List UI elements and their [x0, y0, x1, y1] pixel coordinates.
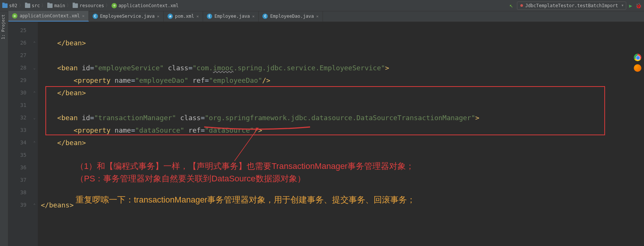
- breadcrumbs: s02 〉 src 〉 main 〉 resources 〉 ⚙ applica…: [2, 2, 509, 9]
- line-number-gutter: 25 26 27 28 29 30 31 32 33 34 35 36 37 3…: [8, 22, 31, 246]
- folder-icon: [47, 3, 53, 8]
- line-number: 28: [8, 62, 26, 74]
- code-line: [38, 211, 644, 224]
- code-line: <property name="employeeDao" ref="employ…: [38, 74, 644, 87]
- java-class-icon: C: [93, 14, 98, 19]
- line-number: 32: [8, 111, 26, 124]
- fold-marker[interactable]: [31, 186, 38, 199]
- breadcrumb-label: s02: [9, 3, 17, 8]
- breadcrumb-label: resources: [79, 3, 104, 8]
- fold-marker[interactable]: [31, 211, 38, 224]
- breadcrumb-main[interactable]: main: [47, 3, 65, 8]
- java-class-icon: C: [207, 14, 212, 19]
- breadcrumb-separator: 〉: [41, 2, 46, 9]
- close-icon[interactable]: ×: [157, 14, 160, 19]
- fold-marker[interactable]: ⌄: [31, 62, 38, 74]
- browser-preview-icons: [631, 52, 644, 72]
- line-number: 35: [8, 149, 26, 161]
- line-number: 36: [8, 161, 26, 174]
- sidebar-label-text: 1: Project: [1, 14, 6, 39]
- fold-marker[interactable]: [31, 174, 38, 186]
- top-toolbar: s02 〉 src 〉 main 〉 resources 〉 ⚙ applica…: [0, 0, 644, 11]
- maven-icon: m: [168, 14, 173, 19]
- java-class-icon: C: [262, 14, 268, 19]
- breadcrumb-separator: 〉: [67, 2, 71, 9]
- tab-pom[interactable]: m pom.xml ×: [164, 11, 203, 22]
- fold-marker[interactable]: [31, 74, 38, 87]
- close-icon[interactable]: ×: [82, 14, 85, 19]
- project-tool-window-tab[interactable]: 1: Project: [0, 11, 6, 42]
- folder-icon: [2, 3, 8, 8]
- tab-label: Employee.java: [214, 14, 250, 19]
- close-icon[interactable]: ×: [196, 14, 199, 19]
- tab-label: applicationContext.xml: [20, 13, 80, 19]
- run-button[interactable]: ▶: [629, 3, 632, 9]
- editor[interactable]: 25 26 27 28 29 30 31 32 33 34 35 36 37 3…: [8, 22, 644, 246]
- chrome-icon[interactable]: [634, 54, 641, 61]
- fold-marker[interactable]: ⌄: [31, 111, 38, 124]
- breadcrumb-label: src: [32, 3, 40, 8]
- annotation-text-2: （PS：事务管理器对象自然要关联到DataSource数据源对象）: [76, 172, 306, 185]
- spring-icon: ⚙: [12, 13, 17, 19]
- breadcrumb-file[interactable]: ⚙ applicationContext.xml: [112, 3, 178, 8]
- fold-marker[interactable]: ⌃: [31, 37, 38, 49]
- close-icon[interactable]: ×: [316, 14, 319, 19]
- line-number: 34: [8, 136, 26, 149]
- fold-gutter: ⌃ ⌄ ⌃ ⌄ ⌃ ⌃: [31, 22, 38, 246]
- breadcrumb-separator: 〉: [19, 2, 23, 9]
- annotation-text-1: （1）和【编程式事务】一样，【声明式事务】也需要TransactionManag…: [76, 160, 414, 172]
- fold-marker[interactable]: [31, 24, 38, 37]
- left-sidebar: 1: Project: [0, 11, 8, 246]
- code-line: [38, 24, 644, 37]
- run-status-icon: [520, 4, 523, 7]
- line-number: 39: [8, 199, 26, 211]
- line-number: 37: [8, 174, 26, 186]
- fold-marker[interactable]: ⌃: [31, 87, 38, 99]
- breadcrumb-separator: 〉: [106, 2, 110, 9]
- tab-label: pom.xml: [175, 14, 194, 19]
- folder-icon: [25, 3, 30, 8]
- code-line: <bean id="transactionManager" class="org…: [38, 111, 644, 124]
- line-number: 31: [8, 99, 26, 111]
- firefox-icon[interactable]: [634, 64, 641, 72]
- breadcrumb-label: applicationContext.xml: [118, 3, 178, 8]
- tab-employeeservice[interactable]: C EmployeeService.java ×: [89, 11, 164, 22]
- tab-employee[interactable]: C Employee.java ×: [203, 11, 259, 22]
- back-arrow-icon[interactable]: ↖: [509, 2, 514, 9]
- debug-button[interactable]: 🐞: [635, 3, 642, 9]
- line-number: 29: [8, 74, 26, 87]
- line-number: 30: [8, 87, 26, 99]
- fold-marker[interactable]: [31, 124, 38, 136]
- fold-marker[interactable]: ⌃: [31, 136, 38, 149]
- tab-label: EmployeeService.java: [100, 14, 155, 19]
- fold-marker[interactable]: [31, 149, 38, 161]
- fold-marker[interactable]: [31, 161, 38, 174]
- fold-marker[interactable]: [31, 49, 38, 62]
- code-line: <property name="dataSource" ref="dataSou…: [38, 124, 644, 136]
- run-config-label: JdbcTemplateTestor.testBatchImport: [525, 3, 618, 8]
- fold-marker[interactable]: ⌃: [31, 199, 38, 211]
- code-line: <bean id="employeeService" class="com.im…: [38, 62, 644, 74]
- breadcrumb-label: main: [54, 3, 65, 8]
- code-line: </bean>: [38, 37, 644, 49]
- tab-employeedao[interactable]: C EmployeeDao.java ×: [259, 11, 323, 22]
- annotation-text-3: 重复啰嗦一下：transactionManager事务管理器对象，用于创建事务、…: [76, 193, 415, 206]
- tab-applicationcontext[interactable]: ⚙ applicationContext.xml ×: [8, 11, 89, 22]
- line-number: 27: [8, 49, 26, 62]
- run-configuration-dropdown[interactable]: JdbcTemplateTestor.testBatchImport: [517, 2, 626, 10]
- code-content[interactable]: </bean> <bean id="employeeService" class…: [38, 22, 644, 246]
- line-number: 26: [8, 37, 26, 49]
- folder-icon: [73, 3, 78, 8]
- breadcrumb-src[interactable]: src: [25, 3, 40, 8]
- breadcrumb-resources[interactable]: resources: [73, 3, 104, 8]
- code-line: </bean>: [38, 136, 644, 149]
- close-icon[interactable]: ×: [252, 14, 255, 19]
- code-line: </bean>: [38, 87, 644, 99]
- toolbar-right: ↖ JdbcTemplateTestor.testBatchImport ▶ 🐞: [509, 2, 642, 10]
- editor-tabs: ⚙ applicationContext.xml × C EmployeeSer…: [8, 11, 644, 22]
- line-number: 33: [8, 124, 26, 136]
- fold-marker[interactable]: [31, 99, 38, 111]
- line-number: 38: [8, 186, 26, 199]
- breadcrumb-s02[interactable]: s02: [2, 3, 17, 8]
- line-number: 25: [8, 24, 26, 37]
